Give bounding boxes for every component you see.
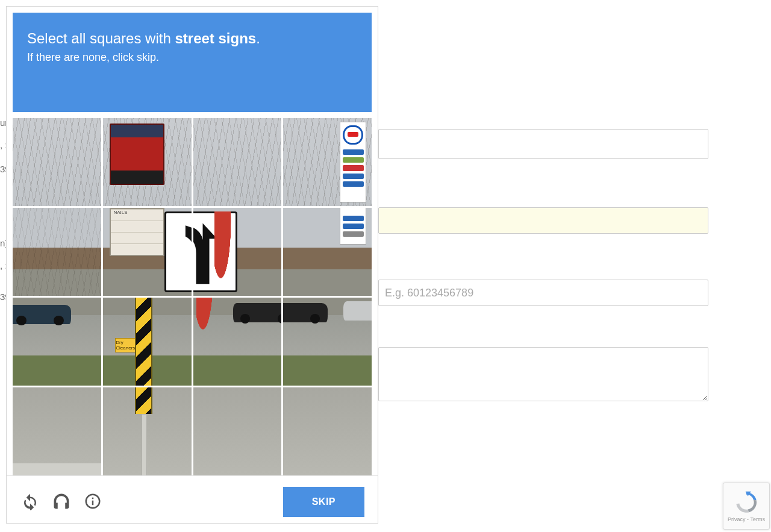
recaptcha-privacy-link[interactable]: Privacy [728,516,746,522]
hazard-post [135,387,152,414]
text-input-1[interactable] [378,129,708,159]
reload-icon [21,503,39,512]
captcha-grid: NAILS [13,118,372,475]
info-icon [84,503,102,512]
captcha-tile-14[interactable] [103,387,192,475]
captcha-tile-4[interactable] [283,118,372,206]
captcha-tile-15[interactable] [193,387,282,475]
captcha-tile-13[interactable] [13,387,101,475]
audio-button[interactable] [51,492,72,512]
phone-input[interactable] [378,280,708,306]
captcha-tile-11[interactable] [193,298,282,386]
captcha-instruction-target: street signs [175,30,256,46]
captcha-tile-9[interactable] [13,298,101,386]
recaptcha-terms-link[interactable]: Terms [750,516,765,522]
headphones-icon [52,503,70,512]
captcha-header: Select all squares with street signs. If… [13,13,372,112]
captcha-instruction: Select all squares with street signs. [27,30,357,48]
captcha-dialog: Select all squares with street signs. If… [6,6,378,524]
captcha-footer: SKIP [7,475,378,517]
feather-flag [214,211,236,292]
captcha-instruction-prefix: Select all squares with [27,30,175,46]
store-sign [110,124,164,185]
captcha-tile-2[interactable] [103,118,192,206]
captcha-tile-5[interactable] [13,208,101,296]
captcha-tile-8[interactable] [283,208,372,296]
plaza-sign-line: NAILS [111,209,163,221]
recaptcha-links: Privacy - Terms [728,516,765,522]
captcha-tile-12[interactable] [283,298,372,386]
recaptcha-badge: Privacy - Terms [723,483,770,530]
captcha-tile-16[interactable] [283,387,372,475]
captcha-tile-6[interactable]: NAILS [103,208,192,296]
gas-station-sign [340,208,366,245]
text-input-2[interactable] [378,207,708,234]
recaptcha-icon [734,490,759,516]
info-button[interactable] [83,492,103,512]
keep-right-sign [164,211,191,292]
captcha-subtext: If there are none, click skip. [27,51,357,64]
message-textarea[interactable] [378,347,708,401]
captcha-tile-1[interactable] [13,118,101,206]
plaza-sign: NAILS [110,208,164,256]
captcha-instruction-suffix: . [256,30,260,46]
skip-button[interactable]: SKIP [283,487,364,517]
hazard-post [135,298,152,386]
feather-flag [196,298,217,343]
captcha-tile-10[interactable]: Dry Cleaners [103,298,192,386]
gas-station-sign [340,122,366,202]
sign-pole [142,414,147,475]
captcha-tile-3[interactable] [193,118,282,206]
captcha-tile-7[interactable] [193,208,282,296]
reload-button[interactable] [20,492,40,512]
